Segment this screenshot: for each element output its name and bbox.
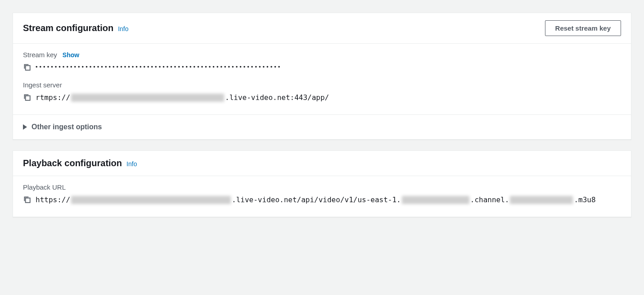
redacted-segment bbox=[71, 94, 224, 102]
playback-configuration-panel: Playback configuration Info Playback URL… bbox=[13, 150, 631, 217]
panel-title: Playback configuration bbox=[23, 158, 122, 168]
panel-body: Playback URL https:// .live-video.net/ap… bbox=[13, 176, 631, 217]
other-ingest-options-toggle[interactable]: Other ingest options bbox=[13, 114, 631, 139]
panel-header: Playback configuration Info bbox=[13, 151, 631, 176]
copy-icon[interactable] bbox=[23, 195, 31, 204]
field-label-row: Stream key Show bbox=[23, 51, 621, 59]
panel-header: Stream configuration Info Reset stream k… bbox=[13, 13, 631, 44]
playback-url-label: Playback URL bbox=[23, 183, 66, 191]
text-segment: .channel. bbox=[470, 195, 509, 206]
caret-right-icon bbox=[23, 124, 27, 130]
stream-key-label: Stream key bbox=[23, 51, 57, 59]
info-link[interactable]: Info bbox=[118, 25, 128, 32]
playback-url-value-row: https:// .live-video.net/api/video/v1/us… bbox=[23, 195, 621, 206]
field-label-row: Ingest server bbox=[23, 81, 621, 89]
copy-icon[interactable] bbox=[23, 63, 31, 71]
stream-key-value-row: ••••••••••••••••••••••••••••••••••••••••… bbox=[23, 62, 621, 71]
copy-icon[interactable] bbox=[23, 93, 31, 101]
other-ingest-options-label: Other ingest options bbox=[32, 123, 102, 131]
panel-body: Stream key Show ••••••••••••••••••••••••… bbox=[13, 44, 631, 114]
stream-configuration-panel: Stream configuration Info Reset stream k… bbox=[13, 13, 631, 140]
playback-url-value: https:// .live-video.net/api/video/v1/us… bbox=[36, 195, 596, 206]
panel-header-left: Playback configuration Info bbox=[23, 158, 137, 168]
ingest-server-label: Ingest server bbox=[23, 81, 62, 89]
text-segment: https:// bbox=[36, 195, 70, 206]
field-label-row: Playback URL bbox=[23, 183, 621, 191]
stream-key-field: Stream key Show ••••••••••••••••••••••••… bbox=[23, 51, 621, 71]
redacted-segment bbox=[510, 196, 573, 204]
ingest-server-value: rtmps:// .live-video.net:443/app/ bbox=[36, 92, 329, 104]
stream-key-masked: ••••••••••••••••••••••••••••••••••••••••… bbox=[36, 62, 282, 70]
svg-rect-1 bbox=[26, 96, 30, 100]
ingest-server-value-row: rtmps:// .live-video.net:443/app/ bbox=[23, 92, 621, 104]
svg-rect-2 bbox=[26, 198, 30, 202]
panel-title: Stream configuration bbox=[23, 23, 113, 33]
svg-rect-0 bbox=[26, 66, 30, 70]
playback-url-field: Playback URL https:// .live-video.net/ap… bbox=[23, 183, 621, 206]
text-segment: .live-video.net:443/app/ bbox=[225, 92, 329, 104]
text-segment: .live-video.net/api/video/v1/us-east-1. bbox=[232, 195, 401, 206]
panel-header-left: Stream configuration Info bbox=[23, 23, 129, 33]
reset-stream-key-button[interactable]: Reset stream key bbox=[545, 20, 621, 36]
redacted-segment bbox=[402, 196, 469, 204]
show-stream-key-link[interactable]: Show bbox=[63, 51, 79, 59]
text-segment: rtmps:// bbox=[36, 92, 70, 104]
text-segment: .m3u8 bbox=[574, 195, 595, 206]
ingest-server-field: Ingest server rtmps:// .live-video.net:4… bbox=[23, 81, 621, 104]
info-link[interactable]: Info bbox=[126, 160, 137, 168]
redacted-segment bbox=[71, 196, 231, 204]
